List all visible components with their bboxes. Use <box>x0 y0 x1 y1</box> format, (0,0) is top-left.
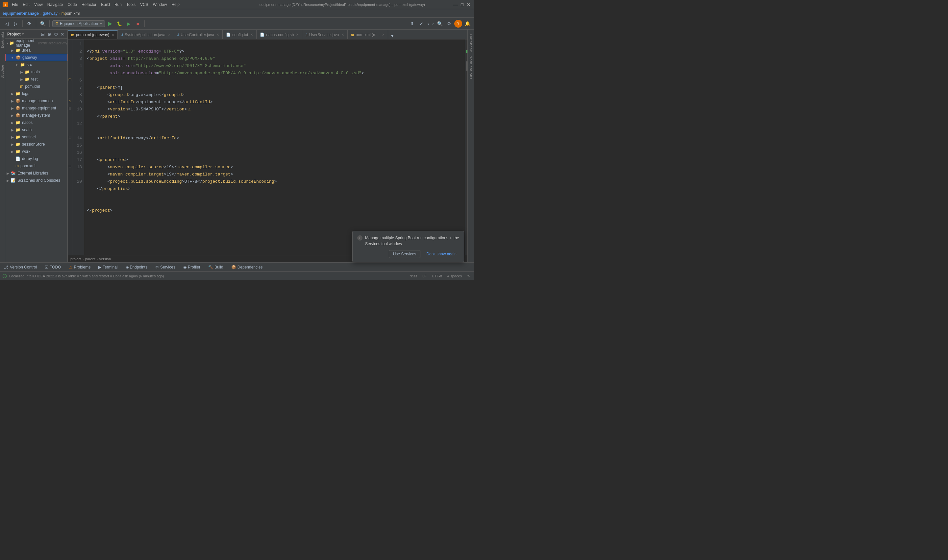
menu-help[interactable]: Help <box>170 2 182 8</box>
menu-edit[interactable]: Edit <box>21 2 32 8</box>
breadcrumb-parent-item[interactable]: parent <box>85 257 96 261</box>
use-services-button[interactable]: Use Services <box>389 250 421 258</box>
tab-close-nacos-config[interactable]: ✕ <box>296 33 299 37</box>
editor-scrollbar[interactable] <box>465 40 468 255</box>
code-editor[interactable]: <?xml version="1.0" encoding="UTF-8"?> <… <box>84 40 465 255</box>
status-encoding[interactable]: UTF-8 <box>431 274 443 278</box>
gutter-fold-10[interactable]: ⊟ <box>68 105 72 112</box>
tab-close-user-service[interactable]: ✕ <box>341 33 344 37</box>
menu-file[interactable]: File <box>10 2 20 8</box>
status-context[interactable]: ∿ <box>466 274 471 278</box>
tree-item-seata[interactable]: ▶ 📁 seata <box>5 126 68 134</box>
stop-button[interactable]: ■ <box>134 20 142 28</box>
notifications-tab[interactable]: Notifications <box>469 54 473 81</box>
breadcrumb-version-item[interactable]: version <box>99 257 111 261</box>
tab-close-pom-gateway[interactable]: ✕ <box>111 33 114 37</box>
problems-tool[interactable]: ⚠ Problems <box>68 264 92 270</box>
breadcrumb-project[interactable]: equipment-manage <box>3 11 39 16</box>
tab-nacos-config[interactable]: 📄 nacos-config.sh ✕ <box>256 30 302 39</box>
services-tool[interactable]: ⚙ Services <box>154 264 177 270</box>
dependencies-tool[interactable]: 📦 Dependencies <box>230 264 264 270</box>
bookmarks-tab[interactable]: Bookmarks <box>0 29 5 50</box>
minimize-button[interactable]: — <box>453 2 458 7</box>
status-position[interactable]: 9:33 <box>409 274 418 278</box>
tree-item-idea[interactable]: ▶ 📁 .idea <box>5 47 68 54</box>
tree-item-gateway-pom[interactable]: ▶ m pom.xml <box>5 83 68 90</box>
structure-tab[interactable]: Structure <box>0 63 5 80</box>
gutter-fold-18[interactable]: ⊟ <box>68 162 72 169</box>
tab-config-txt[interactable]: 📄 config.txt ✕ <box>223 30 256 39</box>
tree-item-logs[interactable]: ▶ 📁 logs <box>5 90 68 97</box>
maximize-button[interactable]: □ <box>460 2 465 7</box>
search-everywhere-button[interactable]: 🔍 <box>39 20 47 28</box>
profiler-tool[interactable]: ◉ Profiler <box>182 264 202 270</box>
dont-show-again-button[interactable]: Don't show again <box>424 250 459 258</box>
tab-close-pom-root[interactable]: ✕ <box>382 33 384 37</box>
navigate-back-button[interactable]: ◁ <box>3 20 11 28</box>
run-button[interactable]: ▶ <box>106 20 114 28</box>
more-tabs-button[interactable]: ▾ <box>389 32 395 39</box>
tree-item-ext-libs[interactable]: ▶ 📚 External Libraries <box>5 169 68 177</box>
menu-build[interactable]: Build <box>99 2 112 8</box>
vcs-commit-button[interactable]: ✓ <box>417 20 425 28</box>
tree-item-derby-log[interactable]: ▶ 📄 derby.log <box>5 155 68 162</box>
settings-tree-button[interactable]: ⚙ <box>53 31 59 37</box>
close-panel-button[interactable]: ✕ <box>60 31 65 37</box>
tree-item-nacos[interactable]: ▶ 📁 nacos <box>5 119 68 126</box>
tab-close-system-app[interactable]: ✕ <box>168 33 170 37</box>
notifications-button[interactable]: 🔔 <box>463 20 471 28</box>
tab-close-config[interactable]: ✕ <box>250 33 253 37</box>
tab-user-controller[interactable]: J UserController.java ✕ <box>174 30 223 39</box>
menu-code[interactable]: Code <box>65 2 79 8</box>
status-lf[interactable]: LF <box>421 274 428 278</box>
endpoints-tool[interactable]: ◈ Endpoints <box>124 264 149 270</box>
navigate-forward-button[interactable]: ▷ <box>12 20 20 28</box>
run-config-dropdown[interactable]: ⚙ EquipmentApplication ▾ <box>52 20 105 27</box>
menu-navigate[interactable]: Navigate <box>45 2 65 8</box>
terminal-tool[interactable]: ▶ Terminal <box>97 264 119 270</box>
tree-item-gateway[interactable]: ▾ 📦 gateway <box>5 54 68 61</box>
build-tool[interactable]: 🔨 Build <box>207 264 225 270</box>
collapse-all-button[interactable]: ⊟ <box>40 31 46 37</box>
tab-user-service[interactable]: J UserService.java ✕ <box>302 30 347 39</box>
locate-file-button[interactable]: ⊕ <box>46 31 52 37</box>
gutter-fold-14[interactable]: ⊟ <box>68 134 72 141</box>
search-button[interactable]: 🔍 <box>436 20 444 28</box>
tree-item-manage-system[interactable]: ▶ 📦 manage-system <box>5 112 68 119</box>
tree-item-root-pom[interactable]: ▶ m pom.xml <box>5 162 68 169</box>
translate-button[interactable]: ⟷ <box>427 20 434 28</box>
version-control-tool[interactable]: ⎇ Version Control <box>3 264 38 270</box>
menu-tools[interactable]: Tools <box>124 2 137 8</box>
tree-item-root[interactable]: ▾ 📁 equipment-manage D:\YhcResource\myPr… <box>5 40 68 47</box>
tab-pom-root[interactable]: m pom.xml (m... ✕ <box>348 30 388 39</box>
breadcrumb-file[interactable]: pom.xml <box>65 11 80 16</box>
menu-window[interactable]: Window <box>151 2 169 8</box>
user-avatar[interactable]: Y <box>454 20 462 28</box>
menu-run[interactable]: Run <box>113 2 124 8</box>
sync-button[interactable]: ⟳ <box>25 20 33 28</box>
todo-tool[interactable]: ☑ TODO <box>43 264 62 270</box>
vcs-update-button[interactable]: ⬆ <box>408 20 416 28</box>
tree-item-scratches[interactable]: ▶ 📝 Scratches and Consoles <box>5 177 68 184</box>
close-button[interactable]: ✕ <box>466 2 471 7</box>
tree-item-src[interactable]: ▾ 📁 src <box>5 61 68 68</box>
settings-button[interactable]: ⚙ <box>445 20 453 28</box>
tree-item-sessionstore[interactable]: ▶ 📁 sessionStore <box>5 141 68 148</box>
tree-item-main[interactable]: ▶ 📁 main <box>5 68 68 75</box>
tree-item-manage-equipment[interactable]: ▶ 📦 manage-equipment <box>5 105 68 112</box>
tree-item-sentinel[interactable]: ▶ 📁 sentinel <box>5 134 68 141</box>
scrollbar-thumb[interactable] <box>466 61 468 71</box>
database-tab[interactable]: Database <box>469 33 473 54</box>
tree-item-manage-common[interactable]: ▶ 📦 manage-common <box>5 97 68 105</box>
project-tree[interactable]: ▾ 📁 equipment-manage D:\YhcResource\myPr… <box>5 39 68 262</box>
tab-pom-gateway[interactable]: m pom.xml (gateway) ✕ <box>68 30 118 39</box>
tree-item-work[interactable]: ▶ 📁 work <box>5 148 68 155</box>
breadcrumb-project-item[interactable]: project <box>70 257 81 261</box>
run-with-coverage-button[interactable]: ▶ <box>125 20 133 28</box>
menu-refactor[interactable]: Refactor <box>80 2 98 8</box>
breadcrumb-gateway[interactable]: gateway <box>43 11 57 16</box>
tab-close-user-controller[interactable]: ✕ <box>216 33 219 37</box>
tab-system-application[interactable]: J SystemApplication.java ✕ <box>118 30 174 39</box>
debug-button[interactable]: 🐛 <box>116 20 124 28</box>
tree-item-test[interactable]: ▶ 📁 test <box>5 75 68 83</box>
